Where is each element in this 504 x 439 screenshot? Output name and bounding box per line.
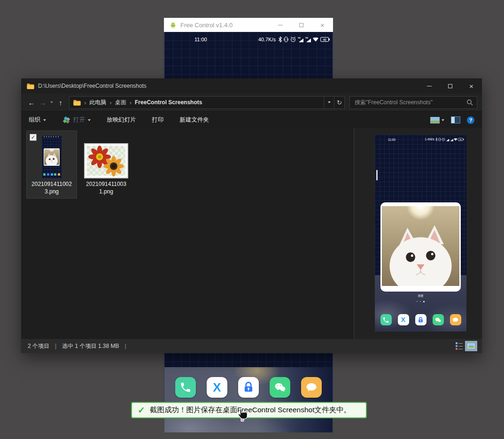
battery-percent: 96 [323, 38, 326, 41]
search-box[interactable] [349, 96, 477, 109]
lock-app-icon[interactable] [238, 377, 259, 398]
breadcrumb-current-folder[interactable]: FreeControl Screenshots [135, 99, 202, 106]
preview-phone-status-bar: 11:00 1.4M/s 96 [375, 137, 466, 142]
item-count: 2 个项目 [28, 342, 49, 350]
messages-app-icon [450, 314, 461, 325]
preview-phone-dock: X [375, 314, 466, 325]
chevron-down-icon [442, 119, 444, 121]
success-check-icon: ✓ [138, 405, 145, 416]
file-thumbnail-image-placeholder [84, 143, 128, 178]
chevron-down-icon [328, 101, 331, 103]
file-thumbnail-phone-screenshot [42, 136, 62, 178]
phone-wallpaper: X [164, 367, 333, 432]
selection-size: 1.38 MB [98, 343, 119, 349]
edge-handle [376, 170, 378, 180]
preview-status-icons: 1.4M/s 96 [425, 138, 463, 141]
signal-icon-sim1: HD [298, 37, 303, 42]
messages-app-icon[interactable] [301, 377, 322, 398]
phone-status-icons: 40.7K/s HD HD 96 [258, 37, 329, 42]
chevron-down-icon [43, 119, 46, 121]
toast-message: 截图成功！图片保存在桌面FreeControl Screenshot文件夹中。 [150, 405, 351, 415]
picture-view-icon [468, 344, 474, 348]
file-item-screenshot1[interactable]: ✓ [27, 131, 77, 198]
free-control-title: Free Control v1.4.0 [180, 22, 233, 29]
x-browser-app-icon[interactable]: X [207, 377, 227, 398]
forward-button[interactable]: → [37, 99, 48, 107]
details-view-button[interactable] [455, 342, 464, 350]
vibrate-icon [284, 37, 288, 42]
phone-dock: X [164, 377, 333, 398]
new-folder-button[interactable]: 新建文件夹 [180, 116, 209, 124]
file-name: 2021091411003 1.png [86, 180, 126, 195]
view-mode-button[interactable] [430, 117, 444, 123]
signal-icon-sim1 [446, 138, 449, 141]
wifi-icon [313, 38, 318, 42]
minimize-button[interactable] [270, 18, 291, 32]
explorer-content: ✓ [21, 128, 482, 339]
home-page-dots [375, 301, 466, 302]
preview-network-speed: 1.4M/s [425, 138, 434, 141]
wechat-app-icon[interactable] [270, 377, 290, 398]
picture-view-icon [430, 117, 440, 123]
file-list[interactable]: ✓ [21, 128, 354, 339]
address-dropdown-button[interactable] [324, 97, 334, 108]
phone-status-bar: 11:00 40.7K/s HD HD 96 [164, 32, 333, 42]
photo-viewer-icon [62, 116, 70, 124]
slideshow-button[interactable]: 放映幻灯片 [107, 116, 136, 124]
preview-photo-card [380, 202, 461, 292]
phone-clock: 11:00 [194, 37, 207, 42]
recent-locations-chevron[interactable] [50, 101, 53, 103]
maximize-button[interactable] [291, 18, 312, 32]
search-input[interactable] [354, 99, 466, 106]
explorer-statusbar: 2 个项目 | 选中 1 个项目 1.38 MB | [21, 339, 482, 353]
chevron-down-icon [88, 119, 91, 121]
hand-cursor [236, 408, 248, 422]
close-button[interactable]: × [461, 78, 482, 93]
desktop: Free Control v1.4.0 × 11:00 40.7K/s HD H… [0, 0, 504, 439]
maximize-icon [448, 84, 452, 88]
preview-image: 11:00 1.4M/s 96 [375, 135, 466, 331]
breadcrumb-this-pc[interactable]: 此电脑 [89, 99, 106, 107]
preview-pane: 11:00 1.4M/s 96 [354, 128, 482, 339]
maximize-button[interactable] [440, 78, 461, 93]
folder-icon [27, 83, 34, 89]
battery-icon: 96 [458, 138, 463, 141]
search-icon[interactable] [466, 99, 473, 106]
preview-clock: 11:00 [388, 138, 395, 141]
free-control-titlebar[interactable]: Free Control v1.4.0 × [164, 18, 333, 32]
close-button[interactable]: × [312, 18, 333, 32]
minimize-button[interactable] [419, 78, 440, 93]
explorer-navbar: ← → ↑ › 此电脑 › 桌面 › FreeControl Screensho… [21, 93, 482, 111]
android-robot-icon [170, 22, 177, 29]
address-bar[interactable]: › 此电脑 › 桌面 › FreeControl Screenshots ↻ [69, 96, 345, 109]
toolbar-right-icons: ? [430, 116, 474, 124]
album-widget-label: 相册 [375, 294, 466, 298]
maximize-icon [299, 23, 303, 27]
help-icon[interactable]: ? [467, 116, 474, 124]
file-item-screenshot2[interactable]: 2021091411003 1.png [81, 131, 131, 198]
explorer-title: D:\Users\Desktop\FreeControl Screenshots [38, 83, 147, 89]
preview-pane-toggle[interactable] [451, 116, 460, 123]
selection-checkbox[interactable]: ✓ [30, 134, 37, 141]
vibrate-icon [438, 138, 441, 141]
selection-info: 选中 1 个项目 1.38 MB [62, 342, 119, 350]
up-button[interactable]: ↑ [55, 99, 66, 107]
signal-icon-sim2 [450, 138, 453, 141]
x-browser-app-icon: X [398, 314, 409, 325]
breadcrumb-separator: › [84, 99, 86, 106]
print-button[interactable]: 打印 [152, 116, 164, 124]
organize-menu[interactable]: 组织 [29, 116, 46, 124]
phone-app-icon [380, 314, 392, 325]
wechat-app-icon [433, 314, 444, 325]
explorer-titlebar[interactable]: D:\Users\Desktop\FreeControl Screenshots… [21, 78, 482, 93]
thumbnail-view-button[interactable] [465, 341, 477, 351]
breadcrumb-separator: › [109, 99, 111, 106]
minimize-icon [278, 25, 283, 25]
refresh-button[interactable]: ↻ [334, 97, 344, 108]
minimize-icon [427, 86, 432, 86]
open-menu[interactable]: 打开 [62, 116, 91, 124]
back-button[interactable]: ← [26, 99, 37, 107]
phone-app-icon[interactable] [175, 377, 196, 398]
breadcrumb-desktop[interactable]: 桌面 [115, 99, 126, 107]
explorer-window-controls: × [419, 78, 482, 93]
